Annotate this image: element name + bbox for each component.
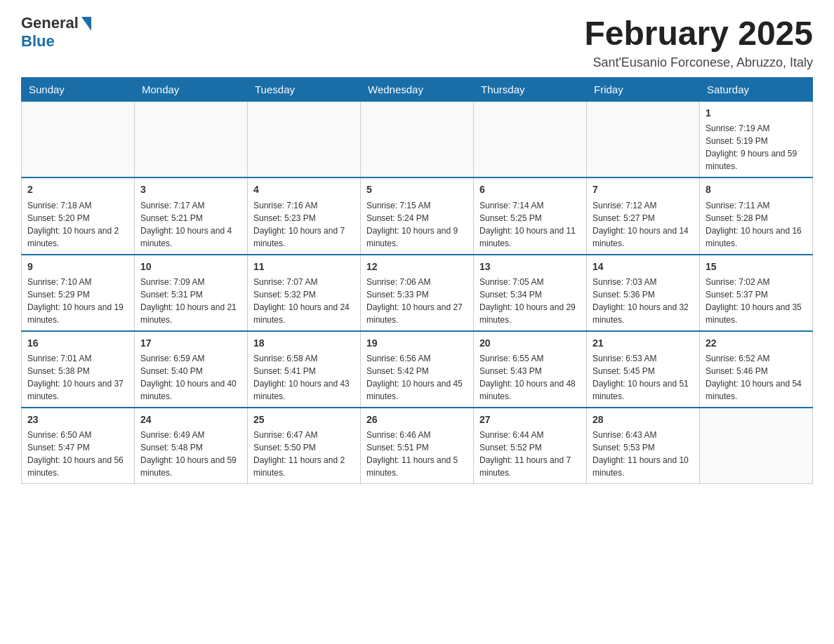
day-number: 27 bbox=[479, 412, 581, 427]
day-number: 20 bbox=[479, 336, 581, 350]
day-number: 17 bbox=[140, 336, 241, 350]
table-row: 15Sunrise: 7:02 AM Sunset: 5:37 PM Dayli… bbox=[700, 255, 813, 331]
table-row bbox=[135, 102, 248, 178]
table-row: 25Sunrise: 6:47 AM Sunset: 5:50 PM Dayli… bbox=[248, 408, 361, 484]
day-info: Sunrise: 7:02 AM Sunset: 5:37 PM Dayligh… bbox=[706, 276, 807, 326]
day-number: 25 bbox=[253, 412, 355, 427]
table-row: 23Sunrise: 6:50 AM Sunset: 5:47 PM Dayli… bbox=[22, 408, 135, 484]
header-tuesday: Tuesday bbox=[248, 78, 361, 102]
day-number: 24 bbox=[140, 412, 241, 427]
day-info: Sunrise: 7:06 AM Sunset: 5:33 PM Dayligh… bbox=[366, 276, 468, 326]
day-number: 9 bbox=[27, 260, 128, 274]
logo-arrow-icon bbox=[81, 17, 91, 31]
day-info: Sunrise: 7:17 AM Sunset: 5:21 PM Dayligh… bbox=[140, 199, 241, 250]
day-number: 16 bbox=[27, 336, 128, 350]
table-row: 9Sunrise: 7:10 AM Sunset: 5:29 PM Daylig… bbox=[22, 255, 135, 331]
table-row: 1Sunrise: 7:19 AM Sunset: 5:19 PM Daylig… bbox=[700, 102, 813, 178]
day-info: Sunrise: 7:11 AM Sunset: 5:28 PM Dayligh… bbox=[706, 199, 807, 250]
table-row: 24Sunrise: 6:49 AM Sunset: 5:48 PM Dayli… bbox=[135, 408, 248, 484]
table-row: 5Sunrise: 7:15 AM Sunset: 5:24 PM Daylig… bbox=[361, 177, 474, 254]
day-info: Sunrise: 7:05 AM Sunset: 5:34 PM Dayligh… bbox=[479, 276, 581, 326]
table-row: 20Sunrise: 6:55 AM Sunset: 5:43 PM Dayli… bbox=[474, 331, 587, 408]
day-info: Sunrise: 6:44 AM Sunset: 5:52 PM Dayligh… bbox=[479, 429, 581, 479]
calendar-week-row: 1Sunrise: 7:19 AM Sunset: 5:19 PM Daylig… bbox=[22, 102, 813, 178]
day-number: 21 bbox=[593, 336, 694, 350]
day-number: 13 bbox=[479, 260, 581, 274]
title-area: February 2025 Sant'Eusanio Forconese, Ab… bbox=[584, 14, 813, 70]
day-info: Sunrise: 6:55 AM Sunset: 5:43 PM Dayligh… bbox=[479, 352, 581, 403]
table-row bbox=[587, 102, 700, 178]
day-info: Sunrise: 7:19 AM Sunset: 5:19 PM Dayligh… bbox=[706, 122, 807, 173]
calendar-week-row: 23Sunrise: 6:50 AM Sunset: 5:47 PM Dayli… bbox=[22, 408, 813, 484]
day-number: 4 bbox=[253, 182, 355, 196]
day-info: Sunrise: 7:01 AM Sunset: 5:38 PM Dayligh… bbox=[27, 352, 128, 403]
table-row: 2Sunrise: 7:18 AM Sunset: 5:20 PM Daylig… bbox=[22, 177, 135, 254]
day-number: 18 bbox=[253, 336, 355, 350]
day-number: 3 bbox=[140, 182, 241, 196]
table-row: 12Sunrise: 7:06 AM Sunset: 5:33 PM Dayli… bbox=[361, 255, 474, 331]
day-info: Sunrise: 6:59 AM Sunset: 5:40 PM Dayligh… bbox=[140, 352, 241, 403]
month-title: February 2025 bbox=[584, 14, 813, 53]
header-sunday: Sunday bbox=[22, 78, 135, 102]
location-subtitle: Sant'Eusanio Forconese, Abruzzo, Italy bbox=[584, 55, 813, 70]
table-row bbox=[474, 102, 587, 178]
header-monday: Monday bbox=[135, 78, 248, 102]
logo-blue-text: Blue bbox=[21, 32, 55, 51]
day-number: 2 bbox=[27, 182, 128, 196]
table-row: 28Sunrise: 6:43 AM Sunset: 5:53 PM Dayli… bbox=[587, 408, 700, 484]
table-row: 13Sunrise: 7:05 AM Sunset: 5:34 PM Dayli… bbox=[474, 255, 587, 331]
logo: General Blue bbox=[21, 14, 91, 51]
day-info: Sunrise: 6:56 AM Sunset: 5:42 PM Dayligh… bbox=[366, 352, 468, 403]
day-number: 14 bbox=[593, 260, 694, 274]
day-info: Sunrise: 7:15 AM Sunset: 5:24 PM Dayligh… bbox=[366, 199, 468, 250]
calendar-header-row: Sunday Monday Tuesday Wednesday Thursday… bbox=[22, 78, 813, 102]
day-number: 7 bbox=[593, 182, 694, 196]
table-row bbox=[361, 102, 474, 178]
table-row: 10Sunrise: 7:09 AM Sunset: 5:31 PM Dayli… bbox=[135, 255, 248, 331]
logo-general-text: General bbox=[21, 14, 79, 32]
table-row: 21Sunrise: 6:53 AM Sunset: 5:45 PM Dayli… bbox=[587, 331, 700, 408]
table-row bbox=[248, 102, 361, 178]
table-row: 22Sunrise: 6:52 AM Sunset: 5:46 PM Dayli… bbox=[700, 331, 813, 408]
calendar-table: Sunday Monday Tuesday Wednesday Thursday… bbox=[21, 77, 813, 484]
day-info: Sunrise: 6:43 AM Sunset: 5:53 PM Dayligh… bbox=[593, 429, 694, 479]
table-row: 26Sunrise: 6:46 AM Sunset: 5:51 PM Dayli… bbox=[361, 408, 474, 484]
day-info: Sunrise: 7:03 AM Sunset: 5:36 PM Dayligh… bbox=[593, 276, 694, 326]
day-info: Sunrise: 6:50 AM Sunset: 5:47 PM Dayligh… bbox=[27, 429, 128, 479]
table-row bbox=[700, 408, 813, 484]
day-info: Sunrise: 6:46 AM Sunset: 5:51 PM Dayligh… bbox=[366, 429, 468, 479]
day-info: Sunrise: 6:52 AM Sunset: 5:46 PM Dayligh… bbox=[706, 352, 807, 403]
table-row: 19Sunrise: 6:56 AM Sunset: 5:42 PM Dayli… bbox=[361, 331, 474, 408]
day-number: 1 bbox=[706, 106, 807, 120]
day-number: 5 bbox=[366, 182, 468, 196]
table-row: 11Sunrise: 7:07 AM Sunset: 5:32 PM Dayli… bbox=[248, 255, 361, 331]
day-info: Sunrise: 6:58 AM Sunset: 5:41 PM Dayligh… bbox=[253, 352, 355, 403]
day-number: 12 bbox=[366, 260, 468, 274]
day-info: Sunrise: 7:12 AM Sunset: 5:27 PM Dayligh… bbox=[593, 199, 694, 250]
day-info: Sunrise: 7:10 AM Sunset: 5:29 PM Dayligh… bbox=[27, 276, 128, 326]
day-number: 19 bbox=[366, 336, 468, 350]
table-row: 16Sunrise: 7:01 AM Sunset: 5:38 PM Dayli… bbox=[22, 331, 135, 408]
table-row: 6Sunrise: 7:14 AM Sunset: 5:25 PM Daylig… bbox=[474, 177, 587, 254]
table-row: 8Sunrise: 7:11 AM Sunset: 5:28 PM Daylig… bbox=[700, 177, 813, 254]
day-number: 23 bbox=[27, 412, 128, 427]
day-number: 8 bbox=[706, 182, 807, 196]
table-row: 7Sunrise: 7:12 AM Sunset: 5:27 PM Daylig… bbox=[587, 177, 700, 254]
table-row: 18Sunrise: 6:58 AM Sunset: 5:41 PM Dayli… bbox=[248, 331, 361, 408]
table-row bbox=[22, 102, 135, 178]
table-row: 14Sunrise: 7:03 AM Sunset: 5:36 PM Dayli… bbox=[587, 255, 700, 331]
day-number: 15 bbox=[706, 260, 807, 274]
day-info: Sunrise: 6:49 AM Sunset: 5:48 PM Dayligh… bbox=[140, 429, 241, 479]
calendar-week-row: 2Sunrise: 7:18 AM Sunset: 5:20 PM Daylig… bbox=[22, 177, 813, 254]
day-info: Sunrise: 7:18 AM Sunset: 5:20 PM Dayligh… bbox=[27, 199, 128, 250]
day-number: 22 bbox=[706, 336, 807, 350]
table-row: 3Sunrise: 7:17 AM Sunset: 5:21 PM Daylig… bbox=[135, 177, 248, 254]
day-number: 10 bbox=[140, 260, 241, 274]
day-number: 28 bbox=[593, 412, 694, 427]
table-row: 27Sunrise: 6:44 AM Sunset: 5:52 PM Dayli… bbox=[474, 408, 587, 484]
header-saturday: Saturday bbox=[700, 78, 813, 102]
day-info: Sunrise: 7:14 AM Sunset: 5:25 PM Dayligh… bbox=[479, 199, 581, 250]
day-info: Sunrise: 7:09 AM Sunset: 5:31 PM Dayligh… bbox=[140, 276, 241, 326]
day-number: 6 bbox=[479, 182, 581, 196]
header-friday: Friday bbox=[587, 78, 700, 102]
